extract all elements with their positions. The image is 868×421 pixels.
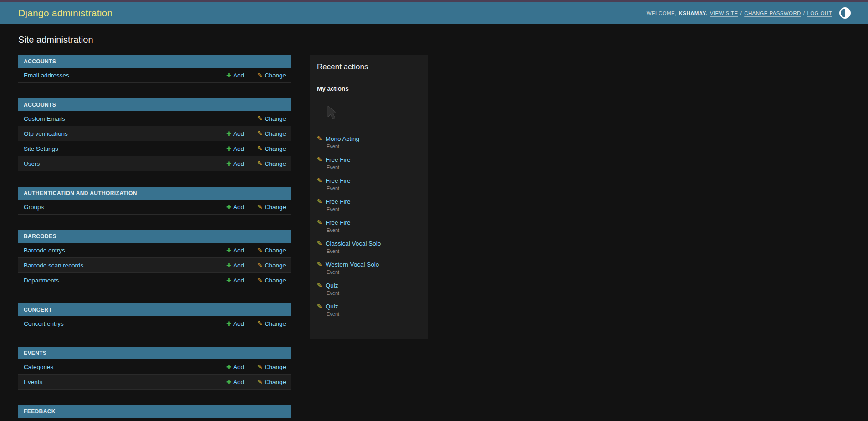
recent-actions-module: Recent actions My actions ✎Mono ActingEv… [310, 55, 428, 339]
app-module-authentication-and-authorization: AUTHENTICATION AND AUTHORIZATIONGroups✚A… [18, 187, 291, 215]
app-module-caption[interactable]: ACCOUNTS [18, 98, 291, 111]
page-title: Site administration [18, 35, 850, 45]
app-module-caption[interactable]: ACCOUNTS [18, 55, 291, 68]
app-module-caption[interactable]: CONCERT [18, 303, 291, 316]
recent-action-link-classical-vocal-solo[interactable]: Classical Vocal Solo [326, 240, 381, 247]
change-cell: ✎Change [244, 378, 286, 385]
user-link-log-out[interactable]: LOG OUT [807, 10, 832, 16]
change-link-otp-verifications[interactable]: ✎Change [257, 130, 286, 137]
add-cell: ✚Add [209, 204, 244, 210]
add-cell: ✚Add [209, 364, 244, 370]
recent-action-link-mono-acting[interactable]: Mono Acting [326, 135, 359, 142]
plus-icon: ✚ [226, 277, 231, 284]
add-cell: ✚Add [209, 277, 244, 284]
change-link-events[interactable]: ✎Change [257, 379, 286, 385]
plus-icon: ✚ [226, 145, 231, 152]
recent-action-link-western-vocal-solo[interactable]: Western Vocal Solo [326, 261, 379, 268]
add-link-users[interactable]: ✚Add [226, 160, 244, 167]
add-link-barcode-entrys[interactable]: ✚Add [226, 247, 244, 254]
model-link-barcode-scan-records[interactable]: Barcode scan records [24, 262, 209, 269]
add-cell: ✚Add [209, 262, 244, 269]
pencil-icon: ✎ [257, 145, 263, 152]
add-link-groups[interactable]: ✚Add [226, 204, 244, 210]
model-row-feedback-campaigns: Feedback campaigns✚Add✎Change [18, 418, 291, 421]
recent-action-item: ✎Free FireEvent [317, 156, 421, 170]
pencil-icon: ✎ [257, 262, 263, 269]
change-link-departments[interactable]: ✎Change [257, 277, 286, 284]
pencil-icon: ✎ [317, 156, 322, 163]
recent-action-item: ✎Free FireEvent [317, 219, 421, 233]
pencil-icon: ✎ [317, 198, 322, 205]
recent-action-link-free-fire[interactable]: Free Fire [326, 219, 351, 226]
model-row-users: Users✚Add✎Change [18, 156, 291, 171]
model-link-users[interactable]: Users [24, 160, 209, 167]
model-link-departments[interactable]: Departments [24, 277, 209, 284]
recent-action-line: ✎Free Fire [317, 198, 421, 205]
app-module-caption[interactable]: EVENTS [18, 347, 291, 359]
model-link-email-addresses[interactable]: Email addresses [24, 72, 209, 79]
user-link-change-password[interactable]: CHANGE PASSWORD [744, 10, 801, 16]
add-link-barcode-scan-records[interactable]: ✚Add [226, 262, 244, 269]
change-cell: ✎Change [244, 115, 286, 122]
recent-action-type: Event [327, 269, 421, 275]
app-module-caption[interactable]: FEEDBACK [18, 405, 291, 418]
plus-icon: ✚ [226, 130, 231, 137]
recent-actions-title: Recent actions [310, 55, 428, 78]
recent-action-item: ✎Free FireEvent [317, 177, 421, 191]
add-link-categories[interactable]: ✚Add [226, 364, 244, 370]
user-links: VIEW SITE/CHANGE PASSWORD/LOG OUT [710, 10, 832, 16]
model-link-custom-emails[interactable]: Custom Emails [24, 115, 209, 122]
recent-action-link-free-fire[interactable]: Free Fire [326, 198, 351, 205]
recent-action-link-quiz[interactable]: Quiz [326, 303, 338, 310]
app-module-caption[interactable]: AUTHENTICATION AND AUTHORIZATION [18, 187, 291, 200]
app-modules-column: ACCOUNTSEmail addresses✚Add✎ChangeACCOUN… [18, 55, 291, 421]
change-link-categories[interactable]: ✎Change [257, 364, 286, 370]
recent-action-line: ✎Classical Vocal Solo [317, 240, 421, 247]
pencil-icon: ✎ [257, 72, 263, 79]
change-link-concert-entrys[interactable]: ✎Change [257, 320, 286, 327]
change-cell: ✎Change [244, 246, 286, 254]
add-link-email-addresses[interactable]: ✚Add [226, 72, 244, 79]
model-link-barcode-entrys[interactable]: Barcode entrys [24, 247, 209, 254]
plus-icon: ✚ [226, 379, 231, 385]
user-link-view-site[interactable]: VIEW SITE [710, 10, 738, 16]
change-link-custom-emails[interactable]: ✎Change [257, 115, 286, 122]
add-link-departments[interactable]: ✚Add [226, 277, 244, 284]
model-link-events[interactable]: Events [24, 379, 209, 385]
change-link-users[interactable]: ✎Change [257, 160, 286, 167]
recent-action-link-free-fire[interactable]: Free Fire [326, 156, 351, 163]
recent-action-link-free-fire[interactable]: Free Fire [326, 177, 351, 184]
model-link-site-settings[interactable]: Site Settings [24, 145, 209, 152]
change-link-site-settings[interactable]: ✎Change [257, 145, 286, 152]
pencil-icon: ✎ [317, 135, 322, 142]
change-cell: ✎Change [244, 72, 286, 79]
plus-icon: ✚ [226, 72, 231, 79]
app-module-barcodes: BARCODESBarcode entrys✚Add✎ChangeBarcode… [18, 230, 291, 288]
model-row-email-addresses: Email addresses✚Add✎Change [18, 68, 291, 83]
app-module-accounts: ACCOUNTSCustom Emails✎ChangeOtp verifica… [18, 98, 291, 171]
change-cell: ✎Change [244, 320, 286, 327]
model-link-categories[interactable]: Categories [24, 364, 209, 370]
theme-toggle-icon[interactable] [839, 7, 851, 19]
model-link-otp-verifications[interactable]: Otp verifications [24, 130, 209, 137]
model-link-groups[interactable]: Groups [24, 204, 209, 210]
app-module-caption[interactable]: BARCODES [18, 230, 291, 243]
model-link-concert-entrys[interactable]: Concert entrys [24, 320, 209, 327]
change-link-groups[interactable]: ✎Change [257, 204, 286, 210]
recent-action-link-quiz[interactable]: Quiz [326, 282, 338, 289]
add-link-concert-entrys[interactable]: ✚Add [226, 320, 244, 327]
dashboard: ACCOUNTSEmail addresses✚Add✎ChangeACCOUN… [18, 55, 850, 421]
change-cell: ✎Change [244, 203, 286, 210]
recent-action-line: ✎Mono Acting [317, 135, 421, 142]
recent-action-type: Event [327, 206, 421, 212]
add-link-otp-verifications[interactable]: ✚Add [226, 130, 244, 137]
recent-action-type: Event [327, 227, 421, 233]
add-link-events[interactable]: ✚Add [226, 379, 244, 385]
add-link-site-settings[interactable]: ✚Add [226, 145, 244, 152]
site-branding-link[interactable]: Django administration [18, 8, 112, 19]
change-link-email-addresses[interactable]: ✎Change [257, 72, 286, 79]
change-link-barcode-entrys[interactable]: ✎Change [257, 247, 286, 254]
change-link-barcode-scan-records[interactable]: ✎Change [257, 262, 286, 269]
recent-action-item: ✎Classical Vocal SoloEvent [317, 240, 421, 254]
link-separator: / [740, 10, 742, 16]
